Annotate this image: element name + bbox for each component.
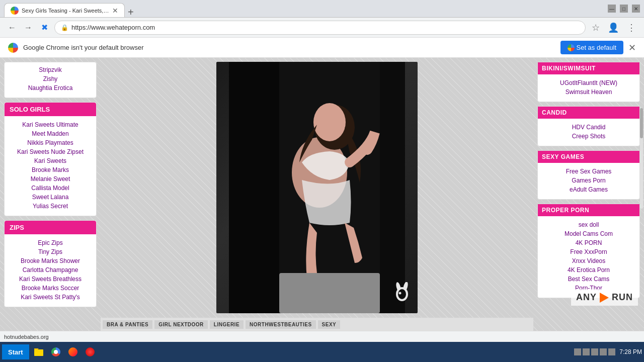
notification-close-button[interactable]: ✕ [628, 42, 636, 53]
address-bar: ← → ✖ 🔒 https://www.wehateporn.com ☆ 👤 ⋮ [0, 18, 644, 38]
tab-title: Sexy Girls Teasing - Kari Sweets, Br... [22, 8, 109, 14]
link-carlotta-champagne[interactable]: Carlotta Champagne [5, 265, 96, 275]
bookmark-icon[interactable]: ☆ [590, 20, 602, 35]
taskbar-time: 7:28 PM [619, 348, 642, 355]
link-kari-sweets-breathless[interactable]: Kari Sweets Breathless [5, 275, 96, 284]
taskbar-right-area: 7:28 PM [574, 348, 642, 355]
link-sex-doll[interactable]: sex doll [538, 220, 639, 229]
tab-close-button[interactable]: ✕ [112, 7, 118, 14]
candid-card: CANDID HDV Candid Creep Shots [537, 106, 640, 146]
link-ugotitflauntit[interactable]: UGotItFlauntIt (NEW) [538, 78, 639, 87]
set-default-button[interactable]: Set as default [560, 41, 624, 54]
chrome-window: Sexy Girls Teasing - Kari Sweets, Br... … [0, 0, 644, 362]
antivirus-icon [86, 347, 95, 356]
link-kari-sweets-nude-zipset[interactable]: Kari Sweets Nude Zipset [5, 147, 96, 156]
link-callista-model[interactable]: Callista Model [5, 184, 96, 193]
bikini-card: BIKINI/SWIMSUIT UGotItFlauntIt (NEW) Swi… [537, 62, 640, 102]
tag-lingerie[interactable]: LINGERIE [210, 320, 244, 329]
sidebar-right: BIKINI/SWIMSUIT UGotItFlauntIt (NEW) Swi… [533, 58, 644, 331]
start-label: Start [8, 348, 23, 356]
link-swimsuit-heaven[interactable]: Swimsuit Heaven [538, 87, 639, 97]
chrome-icon [51, 347, 60, 356]
url-bar[interactable]: 🔒 https://www.wehateporn.com [54, 21, 586, 35]
tag-northwestbeauties[interactable]: NORTHWESTBEAUTIES [246, 320, 316, 329]
taskbar-chrome[interactable] [48, 344, 63, 359]
tab-area: Sexy Girls Teasing - Kari Sweets, Br... … [4, 0, 606, 17]
link-stripzvik[interactable]: Stripzvik [5, 65, 96, 74]
link-epic-zips[interactable]: Epic Zips [5, 238, 96, 247]
link-brooke-marks[interactable]: Brooke Marks [5, 165, 96, 174]
svg-rect-6 [229, 62, 279, 313]
bikini-header: BIKINI/SWIMSUIT [538, 62, 639, 74]
link-brooke-marks-shower[interactable]: Brooke Marks Shower [5, 256, 96, 265]
chrome-logo [8, 43, 18, 53]
svg-point-12 [399, 292, 401, 295]
back-button[interactable]: ← [6, 22, 18, 34]
link-hdv-candid[interactable]: HDV Candid [538, 123, 639, 132]
tray-icon-5[interactable] [608, 348, 615, 355]
candid-header: CANDID [538, 107, 639, 119]
scrollbar-thumb[interactable] [640, 108, 643, 138]
window-controls: — □ ✕ [608, 5, 640, 13]
taskbar-antivirus[interactable] [83, 344, 98, 359]
tag-sexy[interactable]: SEXY [318, 320, 341, 329]
active-tab[interactable]: Sexy Girls Teasing - Kari Sweets, Br... … [4, 3, 125, 17]
firefox-icon [68, 347, 77, 356]
tray-icon-2[interactable] [583, 348, 590, 355]
link-zishy[interactable]: Zishy [5, 74, 96, 83]
main-content: BRA & PANTIES GIRL NEXTDOOR LINGERIE NOR… [101, 58, 533, 331]
tray-icon-3[interactable] [591, 348, 598, 355]
link-brooke-marks-soccer[interactable]: Brooke Marks Soccer [5, 284, 96, 293]
link-4k-porn[interactable]: 4K PORN [538, 238, 639, 247]
link-free-sex-games[interactable]: Free Sex Games [538, 167, 639, 176]
tab-favicon [11, 7, 19, 15]
link-kari-sweets-ultimate[interactable]: Kari Sweets Ultimate [5, 120, 96, 129]
link-sweet-lalana[interactable]: Sweet Lalana [5, 193, 96, 202]
taskbar-file-explorer[interactable] [31, 344, 46, 359]
security-lock-icon: 🔒 [61, 24, 68, 31]
sidebar-left: Stripzvik Zishy Naughtia Erotica SOLO GI… [0, 58, 101, 331]
status-bar: hotnudebabes.org [0, 331, 644, 342]
tray-icon-4[interactable] [600, 348, 607, 355]
svg-rect-13 [34, 349, 43, 356]
minimize-button[interactable]: — [608, 5, 616, 13]
tag-girl-nextdoor[interactable]: GIRL NEXTDOOR [154, 320, 208, 329]
link-games-porn[interactable]: Games Porn [538, 176, 639, 185]
link-tiny-zips[interactable]: Tiny Zips [5, 247, 96, 256]
reload-button[interactable]: ✖ [38, 22, 50, 34]
main-image-container [216, 62, 418, 314]
link-model-cams-com[interactable]: Model Cams Com [538, 229, 639, 238]
link-porn-thor[interactable]: Porn-Thor [538, 284, 639, 293]
link-yulias-secret[interactable]: Yulias Secret [5, 202, 96, 211]
close-button[interactable]: ✕ [632, 5, 640, 13]
zips-card: ZIPS Epic Zips Tiny Zips Brooke Marks Sh… [4, 220, 97, 307]
link-xnxx-videos[interactable]: Xnxx Videos [538, 256, 639, 265]
taskbar-firefox[interactable] [65, 344, 80, 359]
menu-icon[interactable]: ⋮ [625, 20, 638, 35]
solo-girls-header: SOLO GIRLS [5, 103, 96, 116]
link-nikkis-playmates[interactable]: Nikkis Playmates [5, 138, 96, 147]
playboy-logo [394, 282, 410, 306]
top-links-card: Stripzvik Zishy Naughtia Erotica [4, 62, 97, 98]
link-creep-shots[interactable]: Creep Shots [538, 132, 639, 141]
link-best-sex-cams[interactable]: Best Sex Cams [538, 275, 639, 284]
tray-icon-1[interactable] [574, 348, 581, 355]
start-button[interactable]: Start [2, 344, 29, 359]
forward-button[interactable]: → [22, 22, 34, 34]
tag-bra-panties[interactable]: BRA & PANTIES [103, 320, 152, 329]
link-naughtia-erotica[interactable]: Naughtia Erotica [5, 83, 96, 93]
link-melanie-sweet[interactable]: Melanie Sweet [5, 174, 96, 184]
link-kari-sweets-st-pattys[interactable]: Kari Sweets St Patty's [5, 293, 96, 302]
profile-icon[interactable]: 👤 [606, 20, 621, 35]
new-tab-button[interactable]: + [125, 7, 137, 17]
system-tray [574, 348, 615, 355]
link-free-xxxporn[interactable]: Free XxxPorn [538, 247, 639, 256]
link-kari-sweets[interactable]: Kari Sweets [5, 156, 96, 165]
link-eadult-games[interactable]: eAdult Games [538, 185, 639, 194]
link-4k-erotica[interactable]: 4K Erotica Porn [538, 265, 639, 275]
svg-rect-7 [380, 62, 405, 313]
maximize-button[interactable]: □ [620, 5, 628, 13]
svg-point-4 [313, 103, 346, 141]
link-meet-madden[interactable]: Meet Madden [5, 129, 96, 138]
proper-porn-header: PROPER PORN [538, 204, 639, 216]
